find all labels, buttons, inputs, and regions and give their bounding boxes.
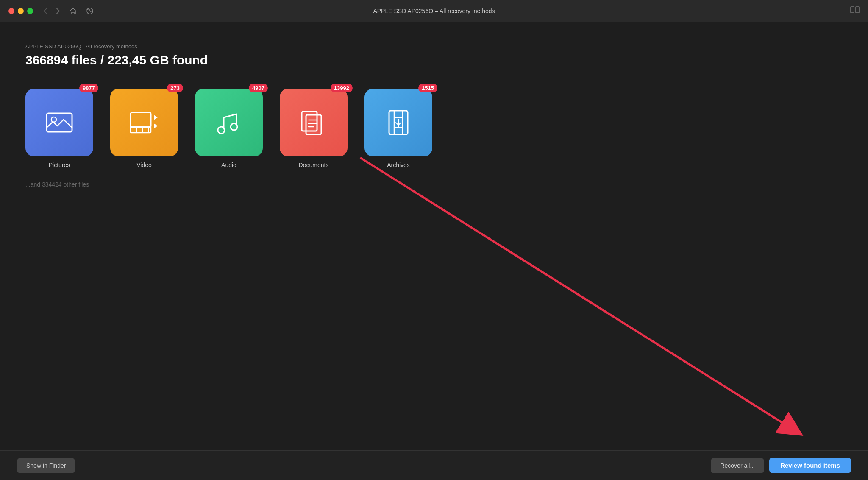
close-button[interactable] [8,8,14,14]
documents-label: Documents [299,162,329,168]
minimize-button[interactable] [18,8,24,14]
category-archives[interactable]: 1515 Archives [364,89,432,168]
other-files-text: ...and 334424 other files [25,181,843,188]
pictures-icon [42,106,76,140]
svg-point-11 [231,123,237,130]
restore-button[interactable] [84,5,96,17]
bottom-bar: Show in Finder Recover all... Review fou… [0,450,868,480]
svg-rect-5 [131,112,151,128]
main-content: APPLE SSD AP0256Q - All recovery methods… [0,22,868,450]
category-documents[interactable]: 13992 Documents [280,89,348,168]
home-button[interactable] [67,5,79,17]
audio-card: 4907 [195,89,263,156]
pictures-card: 9877 [25,89,93,156]
category-audio[interactable]: 4907 Audio [195,89,263,168]
forward-button[interactable] [54,6,62,16]
action-buttons: Recover all... Review found items [711,458,851,473]
svg-rect-3 [47,113,72,132]
archives-badge: 1515 [418,84,437,92]
svg-rect-2 [856,7,859,13]
maximize-button[interactable] [27,8,33,14]
svg-point-10 [218,127,225,134]
recover-all-button[interactable]: Recover all... [711,458,764,473]
pictures-label: Pictures [49,162,70,168]
window-title: APPLE SSD AP0256Q – All recovery methods [373,8,495,14]
documents-icon [297,106,331,140]
documents-card: 13992 [280,89,348,156]
pictures-badge: 9877 [79,84,98,92]
back-button[interactable] [42,6,49,16]
archives-label: Archives [387,162,410,168]
nav-buttons [42,5,96,17]
show-in-finder-button[interactable]: Show in Finder [17,458,75,473]
video-badge: 273 [167,84,183,92]
page-title: 366894 files / 223,45 GB found [25,53,843,67]
category-video[interactable]: 273 Video [110,89,178,168]
documents-badge: 13992 [331,84,353,92]
audio-badge: 4907 [249,84,268,92]
video-card: 273 [110,89,178,156]
video-icon [127,106,161,140]
categories-container: 9877 Pictures 273 [25,89,843,168]
archives-icon [381,106,415,140]
reader-button[interactable] [850,6,860,15]
traffic-lights [8,8,33,14]
svg-rect-1 [851,7,854,13]
audio-label: Audio [221,162,236,168]
category-pictures[interactable]: 9877 Pictures [25,89,93,168]
svg-point-4 [51,117,56,122]
breadcrumb: APPLE SSD AP0256Q - All recovery methods [25,43,843,50]
video-label: Video [136,162,152,168]
titlebar: APPLE SSD AP0256Q – All recovery methods [0,0,868,22]
audio-icon [212,106,246,140]
review-found-items-button[interactable]: Review found items [769,458,851,473]
archives-card: 1515 [364,89,432,156]
